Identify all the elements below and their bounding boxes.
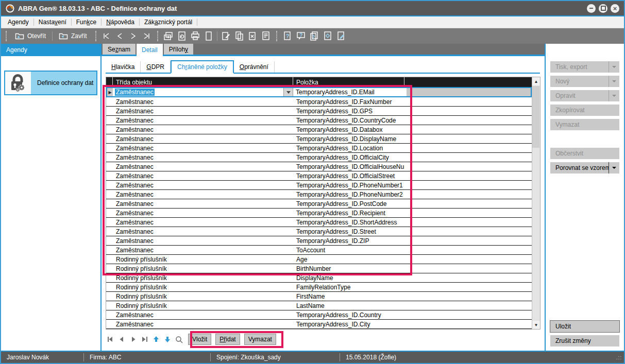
cell-object-class[interactable]: Zaměstnanec — [113, 98, 293, 106]
open-agenda-button[interactable]: Otevřít — [10, 30, 50, 42]
cell-item[interactable]: FirstName — [293, 293, 404, 300]
move-up-icon[interactable] — [151, 335, 161, 343]
cell-object-class[interactable]: Zaměstnanec — [113, 219, 293, 226]
cell-object-class[interactable]: Rodinný příslušník — [113, 265, 293, 272]
nav-last-icon[interactable] — [140, 335, 150, 343]
subtab-opravneni[interactable]: Oprávnění — [234, 61, 275, 73]
record-nav-button[interactable]: Vložit — [188, 334, 211, 345]
cell-object-class[interactable]: Rodinný příslušník — [113, 256, 293, 263]
table-row[interactable]: Zaměstnanec TemporaryAddress_ID.City — [106, 320, 532, 329]
cell-item[interactable]: TemporaryAddress_ID.OfficialHouseNumber — [293, 163, 404, 170]
cell-item[interactable]: ToAccount — [293, 247, 404, 254]
table-row[interactable]: Zaměstnanec TemporaryAddress_ID.FaxNumbe… — [106, 97, 532, 107]
cell-object-class[interactable]: Zaměstnanec — [113, 237, 293, 245]
cell-item[interactable]: TemporaryAddress_ID.ShortAddress — [293, 219, 404, 226]
switch-agenda-icon[interactable] — [162, 30, 175, 42]
nav-next-icon[interactable] — [128, 335, 139, 343]
cell-item[interactable]: TemporaryAddress_ID.Recipient — [293, 210, 404, 217]
table-row[interactable]: Zaměstnanec TemporaryAddress_ID.ZIP — [106, 236, 532, 246]
menu-item[interactable]: Agendy — [3, 18, 33, 27]
printer-icon[interactable] — [189, 30, 202, 42]
search-icon[interactable] — [174, 335, 184, 343]
table-row[interactable]: Zaměstnanec TemporaryAddress_ID.Databox — [106, 125, 532, 134]
sidebar-item-definice-ochrany-dat[interactable]: Definice ochrany dat — [4, 71, 97, 95]
copy-document-icon[interactable] — [232, 30, 246, 42]
new-button[interactable]: Nový — [550, 76, 619, 87]
menu-item[interactable]: Nápověda — [102, 18, 139, 27]
dropdown-arrow-icon[interactable] — [609, 76, 619, 87]
cell-object-class[interactable]: Zaměstnanec — [113, 163, 293, 170]
tab-seznam[interactable]: Seznam — [103, 44, 136, 55]
dropdown-arrow-icon[interactable] — [609, 61, 619, 73]
item-edit-field[interactable]: TemporaryAddress_ID.EMail — [293, 88, 407, 96]
cell-object-class[interactable]: Zaměstnanec — [113, 145, 293, 152]
close-agenda-button[interactable]: Zavřít — [54, 30, 92, 42]
selected-table-row[interactable]: ▶ Zaměstnanec TemporaryAddress_ID.EMail — [106, 87, 532, 97]
table-row[interactable]: Zaměstnanec TemporaryAddress_ID.Street — [106, 227, 532, 236]
last-record-icon[interactable] — [140, 30, 154, 42]
cell-object-class[interactable]: Rodinný příslušník — [113, 302, 293, 309]
table-row[interactable]: Zaměstnanec TemporaryAddress_ID.CountryC… — [106, 116, 532, 125]
menu-item[interactable]: Funkce — [72, 18, 101, 27]
context-help-icon[interactable]: ? — [294, 30, 308, 42]
cell-item[interactable]: TemporaryAddress_ID.PhoneNumber2 — [293, 191, 404, 198]
cell-item[interactable]: TemporaryAddress_ID.OfficialCity — [293, 154, 404, 161]
resize-grip[interactable]: .:: — [616, 355, 622, 360]
close-button[interactable]: × — [611, 4, 619, 13]
cell-object-class[interactable]: Zaměstnanec — [113, 200, 293, 207]
cell-item[interactable]: TemporaryAddress_ID.PostCode — [293, 200, 404, 207]
cell-item[interactable]: FamilyRelationType — [293, 284, 404, 291]
cell-item[interactable]: TemporaryAddress_ID.PhoneNumber1 — [293, 182, 404, 189]
cell-object-class[interactable]: Zaměstnanec — [113, 191, 293, 198]
cell-item[interactable]: TemporaryAddress_ID.Databox — [293, 126, 404, 133]
cell-object-class[interactable]: Rodinný příslušník — [113, 284, 293, 291]
scroll-down-icon[interactable]: ▼ — [532, 321, 540, 329]
nav-prior-icon[interactable] — [117, 335, 127, 343]
cell-object-class[interactable]: Zaměstnanec — [113, 154, 293, 161]
refresh-button[interactable]: Občerstvit — [550, 148, 619, 159]
record-nav-button[interactable]: Vymazat — [244, 334, 276, 345]
dropdown-arrow-icon[interactable] — [609, 90, 619, 101]
notes-document-icon[interactable] — [259, 30, 273, 42]
table-row[interactable]: Zaměstnanec TemporaryAddress_ID.Location — [106, 144, 532, 153]
subtab-hlavicka[interactable]: Hlavička — [106, 61, 141, 73]
help-diamond-icon[interactable] — [321, 30, 334, 42]
cell-object-class[interactable]: Rodinný příslušník — [113, 293, 293, 300]
cancel-changes-button[interactable]: Zrušit změny — [550, 335, 619, 346]
table-row[interactable]: Zaměstnanec TemporaryAddress_ID.Official… — [106, 162, 532, 171]
cell-item[interactable]: Age — [293, 256, 404, 263]
menu-item[interactable]: Nastavení — [34, 18, 71, 27]
tab-prilohy[interactable]: Přílohy — [164, 44, 193, 55]
table-row[interactable]: Rodinný příslušník Age — [106, 255, 532, 264]
cell-item[interactable]: TemporaryAddress_ID.FaxNumber — [293, 98, 404, 106]
cell-object-class[interactable]: Zaměstnanec — [113, 126, 293, 133]
dropdown-arrow-icon[interactable] — [609, 162, 619, 174]
table-row[interactable]: Rodinný příslušník BirthNumber — [106, 264, 532, 273]
cell-object-class[interactable]: Zaměstnanec — [113, 172, 293, 180]
column-header-polozka[interactable]: Položka — [293, 77, 404, 87]
cell-item[interactable]: TemporaryAddress_ID.Country — [293, 311, 404, 319]
table-row[interactable]: Zaměstnanec ToAccount — [106, 246, 532, 255]
combobox-dropdown-button[interactable] — [283, 88, 293, 96]
cross-document-icon[interactable] — [246, 30, 259, 42]
print-export-button[interactable]: Tisk, export — [550, 61, 619, 73]
nav-first-icon[interactable] — [106, 335, 116, 343]
table-row[interactable]: Zaměstnanec TemporaryAddress_ID.Country — [106, 310, 532, 320]
table-row[interactable]: Zaměstnanec TemporaryAddress_ID.PhoneNum… — [106, 190, 532, 199]
cell-item[interactable]: LastName — [293, 302, 404, 309]
subtab-gdpr[interactable]: GDPR — [141, 61, 171, 73]
cell-object-class[interactable]: Zaměstnanec — [113, 117, 293, 124]
cell-object-class[interactable]: Zaměstnanec — [113, 108, 293, 115]
cell-item[interactable]: BirthNumber — [293, 265, 404, 272]
table-row[interactable]: Rodinný příslušník LastName — [106, 301, 532, 310]
table-row[interactable]: Zaměstnanec TemporaryAddress_ID.Recipien… — [106, 209, 532, 218]
table-row[interactable]: Rodinný příslušník DisplayName — [106, 273, 532, 283]
cell-item[interactable]: TemporaryAddress_ID.OfficialStreet — [293, 172, 404, 180]
object-class-combobox[interactable]: Zaměstnanec — [113, 88, 293, 96]
save-button[interactable]: Uložit — [550, 321, 619, 332]
cell-item[interactable]: DisplayName — [293, 274, 404, 282]
cell-object-class[interactable]: Zaměstnanec — [113, 135, 293, 143]
cell-item[interactable]: TemporaryAddress_ID.Street — [293, 228, 404, 235]
copy-button[interactable]: Zkopírovat — [550, 105, 619, 116]
subtab-chranene-polozky[interactable]: Chráněné položky — [171, 60, 234, 74]
